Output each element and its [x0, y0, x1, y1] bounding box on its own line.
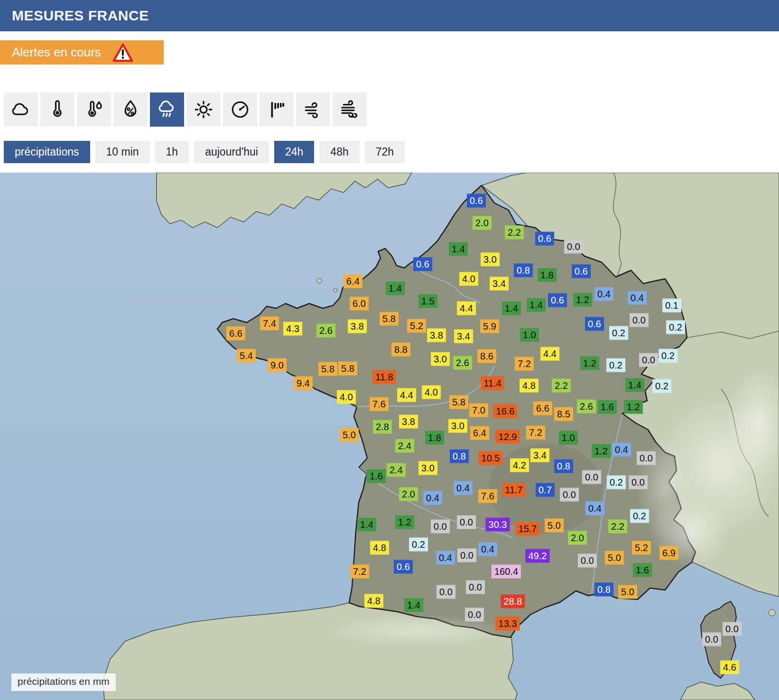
station-value[interactable]: 15.7 [516, 522, 540, 536]
station-value[interactable]: 2.8 [373, 420, 392, 434]
station-value[interactable]: 4.8 [364, 594, 383, 608]
station-value[interactable]: 1.2 [592, 444, 611, 458]
station-value[interactable]: 11.7 [502, 483, 525, 497]
station-value[interactable]: 3.0 [418, 461, 437, 475]
station-value[interactable]: 7.4 [260, 317, 279, 331]
station-value[interactable]: 1.5 [418, 295, 437, 308]
station-value[interactable]: 5.2 [632, 541, 651, 555]
station-value[interactable]: 0.4 [454, 481, 473, 495]
station-value[interactable]: 0.2 [666, 321, 685, 334]
station-value[interactable]: 2.4 [395, 439, 414, 453]
tab-24h[interactable]: 24h [274, 141, 314, 163]
station-value[interactable]: 4.0 [459, 272, 478, 286]
station-value[interactable]: 13.3 [496, 617, 520, 631]
station-value[interactable]: 0.1 [662, 299, 681, 313]
station-value[interactable]: 0.0 [564, 240, 583, 254]
station-value[interactable]: 5.8 [449, 396, 468, 409]
station-value[interactable]: 0.4 [612, 443, 631, 457]
station-value[interactable]: 1.2 [573, 293, 592, 307]
station-value[interactable]: 0.0 [639, 353, 658, 367]
station-value[interactable]: 7.6 [370, 397, 389, 411]
station-value[interactable]: 4.8 [519, 379, 538, 393]
station-value[interactable]: 7.2 [515, 357, 534, 371]
station-value[interactable]: 1.4 [527, 298, 546, 312]
station-value[interactable]: 0.4 [423, 491, 442, 505]
station-value[interactable]: 3.4 [454, 330, 473, 343]
station-value[interactable]: 1.2 [624, 400, 643, 414]
station-value[interactable]: 4.3 [283, 322, 302, 336]
station-value[interactable]: 0.0 [560, 488, 579, 502]
station-value[interactable]: 6.0 [350, 297, 369, 311]
station-value[interactable]: 0.0 [578, 554, 597, 568]
station-value[interactable]: 8.8 [391, 343, 410, 357]
station-value[interactable]: 0.0 [436, 585, 455, 599]
station-value[interactable]: 0.0 [702, 633, 721, 646]
station-value[interactable]: 4.4 [540, 347, 559, 361]
station-value[interactable]: 2.2 [552, 379, 571, 393]
station-value[interactable]: 1.4 [357, 518, 376, 532]
station-value[interactable]: 49.2 [526, 549, 550, 563]
station-value[interactable]: 4.6 [720, 661, 739, 674]
station-value[interactable]: 0.2 [409, 538, 428, 552]
station-value[interactable]: 0.2 [630, 509, 649, 523]
station-value[interactable]: 3.0 [481, 253, 500, 267]
station-value[interactable]: 0.2 [609, 326, 628, 340]
station-value[interactable]: 2.0 [568, 531, 587, 545]
station-value[interactable]: 0.0 [457, 516, 476, 529]
station-value[interactable]: 10.5 [479, 451, 503, 465]
station-value[interactable]: 0.0 [630, 313, 649, 327]
tab-1h[interactable]: 1h [155, 141, 189, 163]
station-value[interactable]: 1.6 [598, 400, 617, 414]
station-value[interactable]: 30.3 [486, 518, 510, 532]
station-value[interactable]: 1.4 [502, 302, 521, 315]
station-value[interactable]: 0.0 [466, 580, 485, 594]
station-value[interactable]: 0.6 [585, 317, 604, 331]
station-value[interactable]: 4.4 [457, 302, 476, 315]
station-value[interactable]: 1.4 [449, 242, 468, 256]
station-value[interactable]: 1.4 [625, 378, 644, 392]
station-value[interactable]: 4.4 [397, 388, 416, 402]
station-value[interactable]: 1.2 [580, 357, 599, 370]
pressure-gauge-icon[interactable] [223, 92, 257, 127]
station-value[interactable]: 5.8 [380, 312, 399, 326]
station-value[interactable]: 1.0 [559, 431, 578, 445]
station-value[interactable]: 16.6 [493, 405, 518, 418]
station-value[interactable]: 8.5 [554, 407, 573, 421]
station-value[interactable]: 0.2 [607, 476, 626, 489]
station-value[interactable]: 3.8 [427, 329, 446, 342]
station-value[interactable]: 28.8 [501, 595, 525, 608]
station-value[interactable]: 0.2 [606, 359, 625, 372]
station-value[interactable]: 2.2 [608, 520, 627, 534]
station-value[interactable]: 2.6 [316, 324, 335, 338]
station-value[interactable]: 0.0 [723, 622, 742, 636]
station-value[interactable]: 5.9 [480, 320, 499, 333]
station-value[interactable]: 5.0 [340, 428, 359, 442]
station-value[interactable]: 2.4 [387, 463, 406, 477]
station-value[interactable]: 1.8 [538, 268, 556, 282]
thermometer-icon[interactable] [40, 92, 74, 127]
station-value[interactable]: 0.4 [594, 287, 613, 301]
station-value[interactable]: 0.2 [658, 349, 677, 363]
station-value[interactable]: 6.6 [533, 402, 552, 415]
tab-48h[interactable]: 48h [319, 141, 359, 163]
station-value[interactable]: 5.8 [318, 362, 337, 376]
station-value[interactable]: 9.4 [294, 377, 313, 390]
thermometer-dew-icon[interactable] [77, 92, 111, 127]
station-value[interactable]: 0.4 [585, 502, 604, 516]
station-value[interactable]: 6.4 [343, 275, 362, 288]
station-value[interactable]: 6.9 [659, 546, 678, 560]
station-value[interactable]: 3.4 [530, 449, 549, 462]
station-value[interactable]: 4.0 [337, 390, 356, 404]
station-value[interactable]: 1.4 [404, 599, 423, 612]
station-value[interactable]: 5.0 [605, 551, 624, 565]
station-value[interactable]: 0.4 [628, 291, 647, 305]
wind-strong-icon[interactable] [333, 92, 367, 127]
tab-aujourd-hui[interactable]: aujourd'hui [194, 141, 269, 163]
station-value[interactable]: 0.6 [535, 232, 554, 246]
station-value[interactable]: 7.2 [526, 426, 545, 440]
station-value[interactable]: 0.8 [594, 583, 613, 597]
station-value[interactable]: 0.4 [436, 551, 455, 565]
humidity-icon[interactable] [113, 92, 148, 127]
station-value[interactable]: 0.6 [413, 258, 432, 271]
station-value[interactable]: 11.4 [481, 377, 504, 390]
